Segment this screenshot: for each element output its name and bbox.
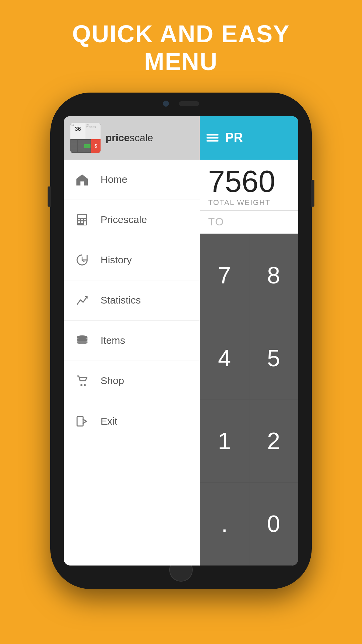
headline-line2: MENU [72,48,290,76]
phone-mockup: 10 36 36 PRICE /kg [50,93,312,589]
hamburger-button[interactable] [206,132,219,143]
speaker-grill [179,101,199,106]
menu-label-items: Items [101,335,125,346]
svg-rect-6 [81,221,83,223]
side-button-right [311,180,314,207]
items-icon [74,332,90,349]
menu-item-items[interactable]: Items [64,321,200,361]
key-1[interactable]: 1 [200,400,249,482]
phone-shell: 10 36 36 PRICE /kg [50,93,312,589]
svg-point-10 [77,341,87,344]
display-secondary: TO [200,211,298,234]
menu-label-pricescale: Pricescale [101,214,147,225]
menu-label-statistics: Statistics [101,294,141,306]
svg-rect-2 [78,219,80,220]
headline-line1: QUICK AND EASY [72,20,290,48]
svg-rect-7 [84,221,86,225]
svg-point-11 [80,384,82,386]
exit-icon [74,413,90,430]
app-logo: 10 36 36 PRICE /kg [70,123,101,153]
svg-rect-5 [78,221,80,223]
svg-rect-1 [78,215,86,218]
menu-label-exit: Exit [101,416,117,427]
app-name-text: pricescale [106,132,153,144]
key-7[interactable]: 7 [200,234,249,317]
svg-rect-13 [77,417,83,426]
statistics-icon [74,292,90,309]
page-header: QUICK AND EASY MENU [72,0,290,76]
calculator-icon [74,211,90,228]
display-label: TOTAL WEIGHT [208,198,290,207]
svg-rect-3 [81,219,83,220]
home-icon [74,171,90,188]
menu-item-shop[interactable]: Shop [64,361,200,401]
svg-rect-4 [84,219,86,220]
app-content: PR 7560 TOTAL WEIGHT TO 7 8 4 5 1 2 [200,116,298,566]
menu-label-home: Home [101,174,127,185]
phone-top-bar [147,99,215,109]
menu-items-list: Home [64,160,200,566]
app-name-bold: price [106,132,130,143]
drawer-header: 10 36 36 PRICE /kg [64,116,200,160]
menu-item-pricescale[interactable]: Pricescale [64,200,200,240]
app-name-light: scale [130,132,153,143]
menu-item-statistics[interactable]: Statistics [64,280,200,321]
menu-item-home[interactable]: Home [64,160,200,200]
key-dot[interactable]: . [200,483,249,565]
key-0[interactable]: 0 [249,483,298,565]
history-icon [74,252,90,268]
toolbar-title: PR [225,130,243,145]
menu-label-history: History [101,254,132,266]
app-toolbar: PR [200,116,298,160]
menu-item-exit[interactable]: Exit [64,401,200,441]
keypad: 7 8 4 5 1 2 . 0 [200,234,298,566]
display-area: 7560 TOTAL WEIGHT [200,160,298,211]
display-to: TO [208,216,290,228]
menu-item-history[interactable]: History [64,240,200,280]
drawer-menu: 10 36 36 PRICE /kg [64,116,200,566]
key-4[interactable]: 4 [200,317,249,399]
shop-icon [74,372,90,389]
display-number: 7560 [208,166,290,197]
key-8[interactable]: 8 [249,234,298,317]
side-button-left [48,186,51,207]
camera-dot [163,101,169,107]
menu-label-shop: Shop [101,375,124,386]
key-2[interactable]: 2 [249,400,298,482]
key-5[interactable]: 5 [249,317,298,399]
phone-screen: 10 36 36 PRICE /kg [64,116,298,566]
svg-point-12 [84,384,86,386]
